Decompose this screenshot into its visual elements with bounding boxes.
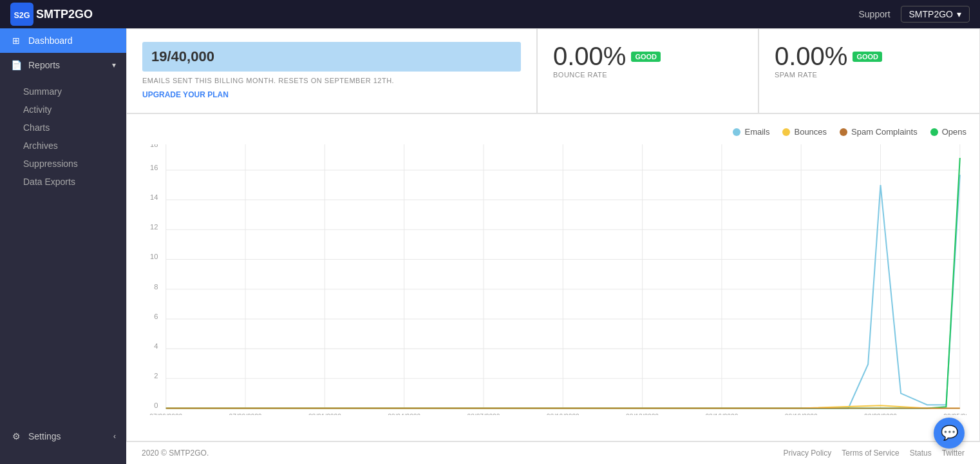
svg-text:08/10/2020: 08/10/2020 (547, 413, 580, 415)
bounce-badge: GOOD (631, 52, 661, 62)
logo-text: SMTP2GO (36, 8, 93, 21)
bounce-rate-label: BOUNCE RATE (553, 71, 742, 79)
sidebar-item-data-exports[interactable]: Data Exports (23, 173, 126, 191)
svg-text:08/19/2020: 08/19/2020 (785, 413, 818, 415)
sidebar-footer (0, 449, 126, 464)
footer-twitter[interactable]: Twitter (942, 449, 965, 458)
chat-button[interactable]: 💬 (934, 418, 965, 449)
support-link[interactable]: Support (858, 9, 890, 19)
legend-bounces-dot (782, 128, 790, 136)
svg-text:14: 14 (150, 193, 158, 201)
bounce-rate-value: 0.00% GOOD (553, 42, 742, 71)
legend-spam-dot (840, 128, 847, 136)
upgrade-link[interactable]: UPGRADE YOUR PLAN (142, 90, 229, 99)
svg-text:08/01/2020: 08/01/2020 (308, 413, 341, 415)
svg-text:08/16/2020: 08/16/2020 (705, 413, 738, 415)
sidebar-item-settings[interactable]: ⚙ Settings ‹ (0, 424, 126, 449)
footer-terms-of-service[interactable]: Terms of Service (842, 449, 899, 458)
svg-text:8: 8 (154, 283, 158, 291)
svg-text:12: 12 (150, 223, 158, 231)
layout: ⊞ Dashboard 📄 Reports ▾ Summary Activity… (0, 28, 980, 464)
spam-rate-card: 0.00% GOOD SPAM RATE (759, 28, 980, 113)
svg-text:08/22/2020: 08/22/2020 (864, 413, 897, 415)
sidebar-sub-reports: Summary Activity Charts Archives Suppres… (0, 77, 126, 196)
svg-text:07/26/2020: 07/26/2020 (149, 413, 182, 415)
svg-text:S2G: S2G (14, 11, 30, 20)
svg-text:08/13/2020: 08/13/2020 (626, 413, 659, 415)
svg-text:6: 6 (154, 313, 158, 320)
footer-links: Privacy Policy Terms of Service Status T… (784, 449, 965, 458)
footer-status[interactable]: Status (910, 449, 932, 458)
legend-emails-dot (733, 128, 740, 136)
chart-svg: 0 2 4 6 8 10 12 14 16 18 (140, 144, 966, 415)
topnav-right: Support SMTP2GO ▾ (858, 6, 970, 23)
svg-text:08/07/2020: 08/07/2020 (467, 413, 500, 415)
svg-text:4: 4 (154, 342, 158, 350)
chart-container: 0 2 4 6 8 10 12 14 16 18 (140, 144, 966, 415)
legend-spam-complaints: Spam Complaints (840, 127, 918, 137)
topnav: S2G SMTP2GO Support SMTP2GO ▾ (0, 0, 980, 28)
spam-rate-label: SPAM RATE (775, 71, 964, 79)
svg-text:0: 0 (154, 401, 158, 409)
stats-row: 19/40,000 EMAILS SENT THIS BILLING MONTH… (126, 28, 980, 113)
spam-rate-value: 0.00% GOOD (775, 42, 964, 71)
dashboard-icon: ⊞ (10, 35, 22, 46)
settings-icon: ⚙ (10, 430, 22, 442)
settings-chevron: ‹ (113, 432, 116, 441)
sidebar-item-suppressions[interactable]: Suppressions (23, 155, 126, 173)
svg-text:08/25/2020: 08/25/2020 (943, 413, 966, 415)
email-count-label: EMAILS SENT THIS BILLING MONTH. RESETS O… (142, 77, 521, 84)
svg-text:16: 16 (150, 164, 158, 171)
logo-icon: S2G (10, 3, 33, 26)
footer-copyright: 2020 © SMTP2GO. (142, 449, 209, 458)
svg-text:10: 10 (150, 253, 158, 260)
reports-chevron: ▾ (112, 61, 116, 70)
sidebar-item-charts[interactable]: Charts (23, 119, 126, 137)
email-count-value: 19/40,000 (142, 42, 521, 72)
main-content: 19/40,000 EMAILS SENT THIS BILLING MONTH… (126, 28, 980, 464)
sidebar-item-activity[interactable]: Activity (23, 101, 126, 119)
sidebar-item-reports[interactable]: 📄 Reports ▾ (0, 53, 126, 77)
svg-text:08/04/2020: 08/04/2020 (388, 413, 420, 415)
svg-text:07/29/2020: 07/29/2020 (229, 413, 262, 415)
sidebar-item-dashboard[interactable]: ⊞ Dashboard (0, 28, 126, 53)
email-count-card: 19/40,000 EMAILS SENT THIS BILLING MONTH… (126, 28, 537, 113)
account-button[interactable]: SMTP2GO ▾ (901, 6, 970, 23)
spam-badge: GOOD (853, 52, 882, 62)
reports-icon: 📄 (10, 59, 22, 71)
legend-emails: Emails (733, 127, 769, 137)
legend-opens: Opens (930, 127, 966, 137)
chat-icon: 💬 (941, 425, 958, 441)
sidebar-item-summary[interactable]: Summary (23, 82, 126, 101)
legend-opens-dot (930, 128, 938, 136)
chart-area: Emails Bounces Spam Complaints Opens (126, 113, 980, 441)
footer-privacy-policy[interactable]: Privacy Policy (784, 449, 832, 458)
bounce-rate-card: 0.00% GOOD BOUNCE RATE (537, 28, 759, 113)
page-footer: 2020 © SMTP2GO. Privacy Policy Terms of … (126, 441, 980, 464)
chart-legend: Emails Bounces Spam Complaints Opens (140, 127, 966, 137)
svg-text:2: 2 (154, 372, 158, 380)
svg-text:18: 18 (150, 144, 158, 148)
logo: S2G SMTP2GO (10, 3, 93, 26)
sidebar: ⊞ Dashboard 📄 Reports ▾ Summary Activity… (0, 28, 126, 464)
sidebar-item-archives[interactable]: Archives (23, 137, 126, 155)
legend-bounces: Bounces (782, 127, 827, 137)
